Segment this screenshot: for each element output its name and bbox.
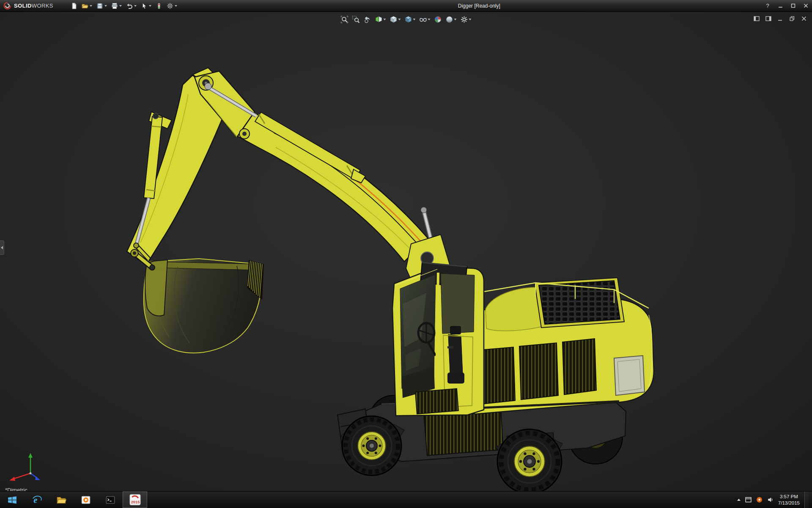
x-axis-arrow <box>9 477 15 481</box>
window-indicator-icon <box>745 497 752 503</box>
minimize-document-button[interactable] <box>776 15 784 22</box>
digger-model[interactable] <box>0 12 812 491</box>
options-button[interactable] <box>165 1 178 11</box>
section-view-icon <box>375 16 383 23</box>
titlebar: SOLIDWORKS <box>0 0 812 12</box>
tray-notification-indicator[interactable] <box>756 497 763 503</box>
solidworks-app-icon: 2015 <box>129 494 141 505</box>
apply-scene-button[interactable] <box>445 14 458 25</box>
show-feature-pane-button[interactable] <box>753 15 760 22</box>
select-cursor-icon <box>141 3 148 9</box>
section-view-caret[interactable] <box>384 19 386 20</box>
edit-appearance-button[interactable] <box>433 14 443 25</box>
save-dropdown-caret[interactable] <box>104 5 107 7</box>
maximize-icon <box>791 3 796 8</box>
rebuild-icon <box>156 3 162 9</box>
system-tray: 3:57 PM 7/13/2015 <box>734 491 812 508</box>
save-document-button[interactable] <box>95 1 108 11</box>
zoom-to-area-button[interactable] <box>351 14 361 25</box>
print-icon <box>111 3 118 9</box>
print-document-button[interactable] <box>110 1 123 11</box>
taskbar-item-file-explorer[interactable] <box>49 491 74 508</box>
display-style-caret[interactable] <box>413 19 416 20</box>
minimize-document-icon <box>778 16 783 21</box>
taskbar-item-solidworks-2015[interactable]: 2015 <box>123 491 147 508</box>
side-window <box>441 273 475 334</box>
cab[interactable] <box>392 262 484 416</box>
section-view-button[interactable] <box>374 14 387 25</box>
view-orientation-caret[interactable] <box>398 19 401 20</box>
window-controls: ? <box>761 0 812 11</box>
hide-show-items-caret[interactable] <box>428 19 431 20</box>
bucket[interactable] <box>144 259 264 353</box>
reference-triad <box>6 451 45 485</box>
body-house[interactable] <box>467 278 654 414</box>
display-pane-icon <box>765 16 771 21</box>
open-dropdown-caret[interactable] <box>90 5 92 7</box>
help-button[interactable]: ? <box>761 0 774 11</box>
show-desktop-button[interactable] <box>804 491 809 508</box>
previous-view-button[interactable] <box>363 14 372 25</box>
restore-document-button[interactable] <box>788 15 796 22</box>
windows-taskbar: e <box>0 491 812 508</box>
maximize-window-button[interactable] <box>787 0 799 11</box>
brand-name-light: WORKS <box>32 3 53 9</box>
restore-document-icon <box>790 16 795 21</box>
apply-scene-sphere-icon <box>446 16 453 23</box>
options-dropdown-caret[interactable] <box>175 5 177 7</box>
minimize-icon <box>778 3 783 8</box>
wheel-front-near[interactable] <box>342 416 401 475</box>
view-settings-button[interactable] <box>460 14 472 25</box>
start-button[interactable] <box>0 491 25 508</box>
internet-explorer-icon: e <box>32 495 42 505</box>
stick-cylinder[interactable] <box>205 83 365 183</box>
zoom-to-area-icon <box>352 16 360 23</box>
taskbar-clock[interactable]: 3:57 PM 7/13/2015 <box>778 494 800 506</box>
print-dropdown-caret[interactable] <box>119 5 122 7</box>
new-document-button[interactable] <box>69 1 79 11</box>
media-player-icon <box>81 495 91 505</box>
wheel-rear-near[interactable] <box>497 429 562 491</box>
clock-time: 3:57 PM <box>778 494 800 500</box>
cab-front-vent <box>415 389 458 414</box>
graphics-area[interactable]: *Dimetric <box>0 12 812 491</box>
undo-button[interactable] <box>125 1 138 11</box>
taskbar-item-media-player[interactable] <box>74 491 98 508</box>
feature-tree-flyout[interactable] <box>0 240 4 255</box>
brand-name-bold: SOLID <box>14 3 32 9</box>
display-style-button[interactable] <box>404 14 417 25</box>
show-display-pane-button[interactable] <box>765 15 772 22</box>
minimize-window-button[interactable] <box>774 0 787 11</box>
open-document-button[interactable] <box>80 1 93 11</box>
flyout-arrow-icon <box>1 246 3 249</box>
select-dropdown-caret[interactable] <box>149 5 151 7</box>
z-axis-arrow <box>35 476 40 480</box>
zoom-to-fit-button[interactable] <box>340 14 349 25</box>
taskbar-item-command-prompt[interactable] <box>98 491 123 508</box>
solidworks-version-badge: 2015 <box>131 500 140 504</box>
boom[interactable] <box>238 113 451 294</box>
undo-dropdown-caret[interactable] <box>134 5 137 7</box>
hide-show-items-button[interactable] <box>419 14 431 25</box>
notification-indicator-icon <box>756 497 763 503</box>
zoom-to-fit-icon <box>341 16 348 23</box>
apply-scene-caret[interactable] <box>454 19 457 20</box>
hide-show-glasses-icon <box>420 16 427 23</box>
view-orientation-button[interactable] <box>389 14 402 25</box>
up-caret-icon <box>737 499 741 501</box>
close-window-button[interactable] <box>799 0 812 11</box>
view-settings-caret[interactable] <box>469 19 472 20</box>
options-gear-icon <box>167 3 173 9</box>
side-vent <box>519 343 558 400</box>
solidworks-window: SOLIDWORKS <box>0 0 812 508</box>
select-tool-button[interactable] <box>140 1 153 11</box>
show-hidden-icons-button[interactable] <box>737 499 741 501</box>
display-style-icon <box>405 16 412 23</box>
volume-button[interactable] <box>767 497 774 503</box>
close-document-button[interactable] <box>800 15 808 22</box>
tray-window-indicator[interactable] <box>745 497 752 503</box>
taskbar-item-internet-explorer[interactable]: e <box>25 491 49 508</box>
save-icon <box>96 3 103 9</box>
dassault-logo-icon <box>3 2 11 10</box>
rebuild-button[interactable] <box>154 1 164 11</box>
